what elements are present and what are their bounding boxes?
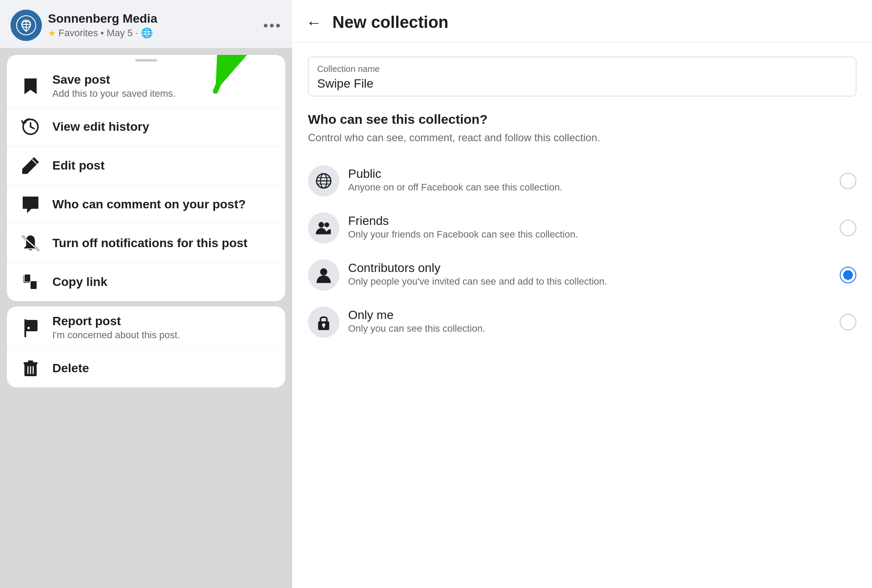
view-edit-history-title: View edit history (52, 120, 149, 134)
svg-point-28 (320, 268, 327, 275)
svg-rect-13 (27, 327, 30, 329)
comment-icon (19, 193, 42, 216)
bottom-sheet-wrapper: Save post Add this to your saved items. (0, 48, 292, 588)
contributors-name: Contributors only (348, 261, 831, 275)
svg-rect-12 (25, 320, 38, 331)
who-can-comment-title: Who can comment on your post? (52, 197, 246, 211)
menu-item-report-post[interactable]: Report post I'm concerned about this pos… (7, 306, 285, 349)
lock-icon (308, 306, 339, 338)
only-me-text: Only me Only you can see this collection… (348, 308, 831, 336)
menu-item-delete[interactable]: Delete (7, 349, 285, 387)
bookmark-icon (19, 75, 42, 98)
visibility-section-desc: Control who can see, comment, react and … (308, 130, 856, 145)
svg-rect-11 (31, 281, 37, 289)
friends-desc: Only your friends on Facebook can see th… (348, 228, 831, 241)
collection-name-value: Swipe File (317, 77, 847, 91)
who-can-comment-text: Who can comment on your post? (52, 197, 246, 211)
turn-off-notifications-title: Turn off notifications for this post (52, 236, 247, 250)
menu-item-view-edit-history[interactable]: View edit history (7, 108, 285, 146)
friends-name: Friends (348, 214, 831, 228)
page-name: Sonnenberg Media (48, 12, 157, 26)
post-header-left: Sonnenberg Media ★ Favorites • May 5 · 🌐 (10, 10, 157, 41)
left-panel: Sonnenberg Media ★ Favorites • May 5 · 🌐… (0, 0, 292, 588)
public-desc: Anyone on or off Facebook can see this c… (348, 181, 831, 194)
contributors-radio[interactable] (840, 267, 856, 283)
public-radio[interactable] (840, 173, 856, 189)
delete-title: Delete (52, 361, 89, 375)
pencil-icon (19, 154, 42, 177)
post-header: Sonnenberg Media ★ Favorites • May 5 · 🌐… (0, 0, 292, 48)
privacy-option-only-me[interactable]: Only me Only you can see this collection… (308, 299, 856, 346)
svg-rect-10 (24, 274, 31, 282)
star-icon: ★ (48, 28, 56, 38)
svg-point-26 (318, 222, 324, 228)
report-post-title: Report post (52, 314, 180, 328)
save-post-subtitle: Add this to your saved items. (52, 88, 175, 99)
turn-off-notifications-text: Turn off notifications for this post (52, 236, 247, 250)
menu-item-turn-off-notifications[interactable]: Turn off notifications for this post (7, 224, 285, 263)
trash-icon (19, 357, 42, 380)
green-arrow (198, 55, 277, 110)
menu-item-save-post[interactable]: Save post Add this to your saved items. (7, 65, 285, 108)
drag-handle (135, 59, 157, 61)
report-post-subtitle: I'm concerned about this post. (52, 330, 180, 341)
collection-name-field[interactable]: Collection name Swipe File (308, 57, 856, 96)
menu-item-edit-post[interactable]: Edit post (7, 146, 285, 185)
view-edit-history-text: View edit history (52, 120, 149, 134)
edit-post-title: Edit post (52, 159, 105, 173)
delete-text: Delete (52, 361, 89, 375)
page-title: New collection (332, 13, 448, 32)
privacy-option-public[interactable]: Public Anyone on or off Facebook can see… (308, 157, 856, 204)
radio-selected-indicator (843, 270, 853, 280)
avatar (10, 10, 42, 41)
right-panel-content: Collection name Swipe File Who can see t… (292, 43, 872, 588)
link-icon (19, 271, 42, 293)
right-panel-header: ← New collection (292, 0, 872, 43)
more-options-button[interactable]: ••• (263, 17, 282, 34)
only-me-radio[interactable] (840, 314, 856, 330)
bell-off-icon (19, 232, 42, 255)
public-name: Public (348, 167, 831, 181)
svg-rect-17 (28, 360, 33, 363)
only-me-name: Only me (348, 308, 831, 322)
save-post-text: Save post Add this to your saved items. (52, 73, 175, 99)
copy-link-title: Copy link (52, 275, 107, 289)
visibility-section-title: Who can see this collection? (308, 112, 856, 127)
save-post-title: Save post (52, 73, 175, 87)
menu-item-who-can-comment[interactable]: Who can comment on your post? (7, 185, 285, 224)
friends-text: Friends Only your friends on Facebook ca… (348, 214, 831, 241)
privacy-option-contributors[interactable]: Contributors only Only people you've inv… (308, 252, 856, 299)
svg-point-27 (325, 222, 329, 227)
main-menu-sheet: Save post Add this to your saved items. (7, 55, 285, 301)
friends-icon (308, 212, 339, 244)
svg-rect-31 (323, 325, 325, 327)
public-text: Public Anyone on or off Facebook can see… (348, 167, 831, 194)
contributors-desc: Only people you've invited can see and a… (348, 275, 831, 289)
back-button[interactable]: ← (306, 14, 322, 32)
globe-icon (308, 165, 339, 197)
only-me-desc: Only you can see this collection. (348, 322, 831, 336)
copy-link-text: Copy link (52, 275, 107, 289)
secondary-menu-sheet: Report post I'm concerned about this pos… (7, 306, 285, 387)
collection-name-label: Collection name (317, 64, 847, 74)
edit-post-text: Edit post (52, 159, 105, 173)
privacy-option-friends[interactable]: Friends Only your friends on Facebook ca… (308, 204, 856, 252)
menu-item-copy-link[interactable]: Copy link (7, 263, 285, 301)
report-post-text: Report post I'm concerned about this pos… (52, 314, 180, 341)
page-meta: ★ Favorites • May 5 · 🌐 (48, 27, 157, 39)
history-icon (19, 116, 42, 138)
friends-radio[interactable] (840, 220, 856, 236)
post-header-info: Sonnenberg Media ★ Favorites • May 5 · 🌐 (48, 12, 157, 39)
person-icon (308, 259, 339, 291)
contributors-text: Contributors only Only people you've inv… (348, 261, 831, 289)
right-panel: ← New collection Collection name Swipe F… (292, 0, 872, 588)
flag-icon (19, 316, 42, 339)
